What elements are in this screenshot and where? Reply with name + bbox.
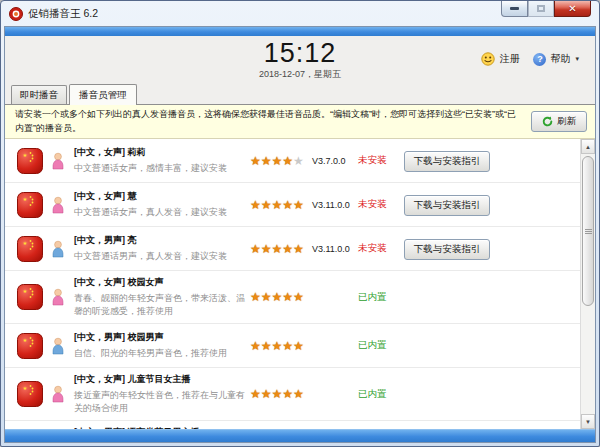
star-filled-icon: ★ (293, 242, 304, 256)
announcer-text: [中文，女声] 莉莉 中文普通话女声，感情丰富，建议安装 (74, 146, 250, 175)
announcer-gender-icon (50, 385, 66, 403)
titlebar: 促销播音王 6.2 ✕ (4, 1, 596, 26)
star-filled-icon: ★ (282, 387, 293, 401)
star-filled-icon: ★ (293, 387, 304, 401)
announcer-title: [中文，女声] 莉莉 (74, 146, 250, 159)
help-menu[interactable]: ? 帮助 ▾ (533, 52, 579, 66)
version-label: V3.7.0.0 (312, 156, 358, 166)
announcer-text: [中文，男声] 亮 中文普通话男声，真人发音，建议安装 (74, 234, 250, 263)
star-filled-icon: ★ (250, 290, 261, 304)
star-filled-icon: ★ (282, 339, 293, 353)
star-filled-icon: ★ (293, 198, 304, 212)
star-filled-icon: ★ (261, 154, 272, 168)
app-frame: 15:12 2018-12-07，星期五 注册 ? (4, 26, 596, 443)
star-filled-icon: ★ (250, 198, 261, 212)
announcer-list: [中文，女声] 莉莉 中文普通话女声，感情丰富，建议安装 ★★★★★ V3.7.… (5, 139, 580, 429)
tab-instant-broadcast[interactable]: 即时播音 (11, 85, 67, 104)
scroll-track[interactable] (581, 154, 595, 414)
announcer-gender-icon (50, 288, 66, 306)
star-empty-icon: ★ (293, 154, 304, 168)
status-badge: 已内置 (358, 388, 404, 401)
maximize-icon (537, 5, 545, 12)
star-filled-icon: ★ (261, 387, 272, 401)
clock-date: 2018-12-07，星期五 (5, 68, 595, 81)
star-rating: ★★★★★ (250, 290, 312, 304)
announcer-gender-icon (50, 240, 66, 258)
download-install-button[interactable]: 下载与安装指引 (404, 239, 490, 260)
star-filled-icon: ★ (272, 242, 283, 256)
notice-text: 请安装一个或多个如下列出的真人发音播音员，这将确保您获得最佳语音品质。“编辑文稿… (15, 108, 521, 135)
thumb-grip (585, 229, 592, 230)
china-flag-icon (17, 148, 43, 174)
star-rating: ★★★★★ (250, 198, 312, 212)
version-label: V3.11.0.0 (312, 200, 358, 210)
star-filled-icon: ★ (261, 290, 272, 304)
version-label: V3.11.0.0 (312, 244, 358, 254)
star-rating: ★★★★★ (250, 154, 312, 168)
tab-announcer-management[interactable]: 播音员管理 (69, 84, 137, 105)
close-button[interactable]: ✕ (554, 1, 591, 17)
refresh-icon (542, 116, 553, 127)
top-accent-bar (5, 27, 595, 36)
announcer-row: [中文，女声] 莉莉 中文普通话女声，感情丰富，建议安装 ★★★★★ V3.7.… (5, 139, 580, 183)
action-cell: 下载与安装指引 (404, 238, 496, 260)
window-controls: ✕ (501, 1, 591, 17)
tab-bar: 即时播音 播音员管理 (5, 84, 595, 104)
announcer-gender-icon (50, 152, 66, 170)
bottom-accent-bar (5, 429, 595, 442)
status-badge: 未安装 (358, 242, 404, 255)
star-filled-icon: ★ (250, 154, 261, 168)
china-flag-icon (17, 192, 43, 218)
register-link[interactable]: 注册 (481, 52, 519, 66)
star-filled-icon: ★ (272, 387, 283, 401)
announcer-text: [中文，女声] 慧 中文普通话女声，真人发音，建议安装 (74, 190, 250, 219)
star-filled-icon: ★ (261, 339, 272, 353)
minimize-icon (510, 7, 519, 10)
scroll-up-button[interactable]: ▲ (581, 139, 595, 154)
download-install-button[interactable]: 下载与安装指引 (404, 151, 490, 172)
china-flag-icon (17, 333, 43, 359)
star-filled-icon: ★ (272, 198, 283, 212)
star-filled-icon: ★ (282, 198, 293, 212)
announcer-title: [中文，男声] 亮 (74, 234, 250, 247)
star-filled-icon: ★ (261, 198, 272, 212)
maximize-button[interactable] (528, 1, 554, 17)
announcer-text: [中文，女声] 儿童节目女主播 接近童声的年轻女性音色，推荐在与儿童有关的场合使… (74, 373, 250, 415)
announcer-text: [中文，女声] 校园女声 青春、靓丽的年轻女声音色，带来活泼、温馨的听觉感受，推… (74, 276, 250, 318)
star-rating: ★★★★★ (250, 387, 312, 401)
china-flag-icon (17, 284, 43, 310)
china-flag-icon (17, 236, 43, 262)
china-flag-icon (17, 381, 43, 407)
refresh-button[interactable]: 刷新 (531, 111, 587, 132)
scroll-down-button[interactable]: ▼ (581, 414, 595, 429)
star-filled-icon: ★ (272, 154, 283, 168)
minimize-button[interactable] (501, 1, 528, 17)
app-window: 促销播音王 6.2 ✕ 15:12 2018-12-07，星期五 (0, 0, 600, 447)
star-filled-icon: ★ (272, 339, 283, 353)
register-label: 注册 (499, 52, 519, 66)
download-install-button[interactable]: 下载与安装指引 (404, 195, 490, 216)
announcer-panel: 请安装一个或多个如下列出的真人发音播音员，这将确保您获得最佳语音品质。“编辑文稿… (5, 104, 595, 429)
announcer-row: [中文，女声] 儿童节目女主播 接近童声的年轻女性音色，推荐在与儿童有关的场合使… (5, 368, 580, 421)
star-filled-icon: ★ (282, 242, 293, 256)
star-filled-icon: ★ (293, 339, 304, 353)
action-cell: 下载与安装指引 (404, 150, 496, 172)
header-links: 注册 ? 帮助 ▾ (481, 52, 579, 66)
announcer-description: 中文普通话男声，真人发音，建议安装 (74, 250, 250, 263)
announcer-gender-icon (50, 337, 66, 355)
announcer-row: [中文，男声] 语言类节目男主播 沉稳、浑厚的男声音色，推荐在语言类节目中使用 … (5, 421, 580, 429)
announcer-text: [中文，男声] 校园男声 自信、阳光的年轻男声音色，推荐使用 (74, 331, 250, 360)
star-filled-icon: ★ (250, 387, 261, 401)
status-badge: 未安装 (358, 154, 404, 167)
scroll-thumb[interactable] (582, 156, 594, 306)
announcer-title: [中文，女声] 儿童节目女主播 (74, 373, 250, 386)
smiley-icon (481, 52, 495, 66)
action-cell: 下载与安装指引 (404, 194, 496, 216)
scrollbar: ▲ ▼ (580, 139, 595, 429)
star-filled-icon: ★ (261, 242, 272, 256)
announcer-title: [中文，女声] 慧 (74, 190, 250, 203)
main-area: 15:12 2018-12-07，星期五 注册 ? (5, 36, 595, 429)
announcer-description: 自信、阳光的年轻男声音色，推荐使用 (74, 347, 250, 360)
thumb-grip (585, 233, 592, 234)
star-filled-icon: ★ (282, 290, 293, 304)
